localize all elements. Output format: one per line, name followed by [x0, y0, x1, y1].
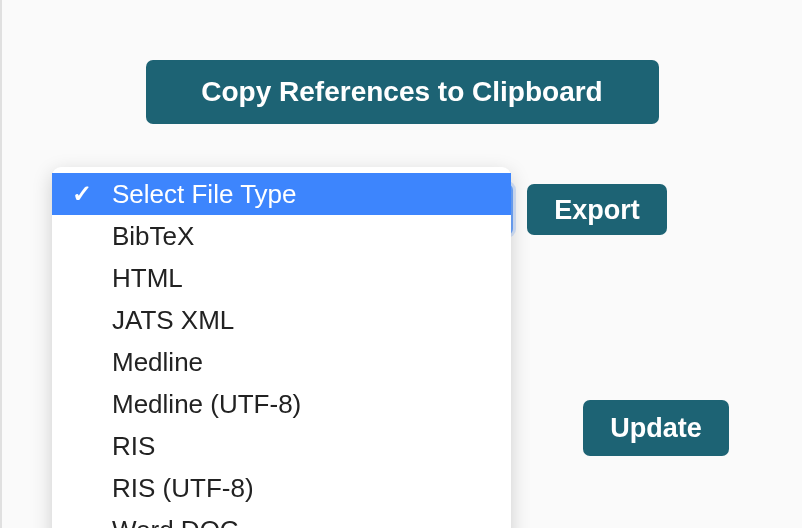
copy-references-button[interactable]: Copy References to Clipboard — [146, 60, 659, 124]
file-type-option[interactable]: RIS (UTF-8) — [52, 467, 511, 509]
file-type-option[interactable]: Medline (UTF-8) — [52, 383, 511, 425]
export-button[interactable]: Export — [527, 184, 667, 235]
file-type-option[interactable]: Medline — [52, 341, 511, 383]
file-type-dropdown-panel: Select File TypeBibTeXHTMLJATS XMLMedlin… — [52, 167, 511, 528]
update-button[interactable]: Update — [583, 400, 729, 456]
file-type-option[interactable]: BibTeX — [52, 215, 511, 257]
file-type-option[interactable]: JATS XML — [52, 299, 511, 341]
file-type-option[interactable]: Select File Type — [52, 173, 511, 215]
file-type-option[interactable]: RIS — [52, 425, 511, 467]
file-type-option[interactable]: HTML — [52, 257, 511, 299]
file-type-option[interactable]: Word DOC — [52, 509, 511, 528]
